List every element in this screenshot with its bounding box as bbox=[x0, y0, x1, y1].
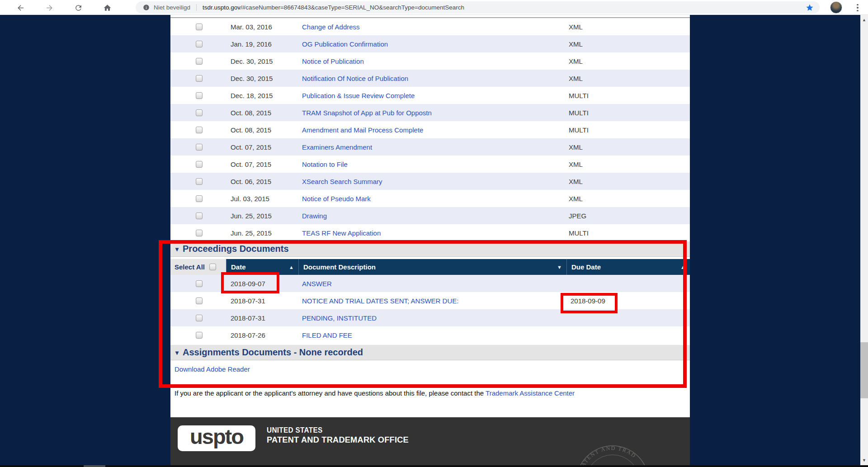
uspto-footer: uspto UNITED STATES PATENT AND TRADEMARK… bbox=[170, 417, 690, 467]
browser-menu-icon[interactable] bbox=[852, 2, 863, 14]
row-checkbox[interactable] bbox=[196, 109, 203, 116]
row-checkbox[interactable] bbox=[196, 161, 203, 168]
row-checkbox[interactable] bbox=[196, 24, 203, 30]
tsdr-content: Mar. 03, 2016 Change of Address XML Jan.… bbox=[170, 15, 690, 467]
assignments-section-header[interactable]: ▾ Assignments Documents - None recorded bbox=[170, 345, 690, 360]
proceedings-table: 2018-09-07 ANSWER 2018-07-31 NOTICE AND … bbox=[170, 275, 690, 344]
document-link[interactable]: XSearch Search Summary bbox=[302, 178, 382, 185]
info-icon[interactable] bbox=[143, 4, 150, 11]
row-checkbox[interactable] bbox=[196, 315, 203, 321]
omnibox-divider bbox=[196, 4, 197, 11]
document-type: XML bbox=[569, 75, 690, 82]
document-date: Jul. 03, 2015 bbox=[226, 195, 298, 203]
proceedings-section-header[interactable]: ▾ Proceedings Documents bbox=[170, 241, 690, 257]
download-adobe-reader-link[interactable]: Download Adobe Reader bbox=[175, 365, 250, 373]
forward-icon[interactable] bbox=[43, 2, 55, 14]
row-checkbox[interactable] bbox=[196, 41, 203, 47]
row-checkbox[interactable] bbox=[196, 195, 203, 202]
column-header-description[interactable]: Document Description ▼ bbox=[298, 259, 566, 275]
proceeding-document-link[interactable]: PENDING, INSTITUTED bbox=[302, 314, 377, 322]
table-row: Oct. 07, 2015 Notation to File XML bbox=[170, 156, 690, 173]
document-link[interactable]: OG Publication Confirmation bbox=[302, 40, 388, 48]
proceeding-date: 2018-07-26 bbox=[226, 331, 298, 339]
document-link[interactable]: Amendment and Mail Process Complete bbox=[302, 126, 423, 134]
scroll-up-icon[interactable]: ▲ bbox=[860, 15, 868, 25]
window-bottom-notch bbox=[84, 465, 105, 467]
document-link[interactable]: Notification Of Notice of Publication bbox=[302, 75, 408, 82]
document-type: MULTI bbox=[569, 92, 690, 99]
row-checkbox[interactable] bbox=[196, 280, 203, 287]
profile-avatar[interactable] bbox=[830, 1, 842, 14]
proceeding-document-link[interactable]: FILED AND FEE bbox=[302, 331, 352, 339]
row-checkbox[interactable] bbox=[196, 127, 203, 133]
row-checkbox[interactable] bbox=[196, 92, 203, 99]
document-type: XML bbox=[569, 178, 690, 185]
scroll-down-icon[interactable]: ▼ bbox=[860, 455, 868, 465]
trademark-assistance-center-link[interactable]: Trademark Assistance Center bbox=[486, 389, 575, 397]
column-header-date[interactable]: Date ▲ bbox=[226, 259, 298, 275]
document-type: XML bbox=[569, 195, 690, 203]
reload-icon[interactable] bbox=[72, 2, 84, 14]
row-checkbox[interactable] bbox=[196, 230, 203, 236]
proceeding-date: 2018-07-31 bbox=[226, 314, 298, 322]
collapse-triangle-icon[interactable]: ▾ bbox=[175, 349, 179, 356]
bookmark-star-icon[interactable] bbox=[806, 4, 814, 12]
document-link[interactable]: Notation to File bbox=[302, 160, 348, 168]
address-bar[interactable]: Niet beveiligd tsdr.uspto.gov/#caseNumbe… bbox=[136, 1, 820, 14]
row-checkbox[interactable] bbox=[196, 58, 203, 65]
select-all-cell: Select All bbox=[170, 259, 226, 275]
row-checkbox[interactable] bbox=[196, 297, 203, 304]
document-link[interactable]: TRAM Snapshot of App at Pub for Oppostn bbox=[302, 109, 432, 117]
uspto-seal: PATENT AND TRAD bbox=[574, 443, 651, 467]
document-date: Oct. 07, 2015 bbox=[226, 143, 298, 151]
sort-asc-icon[interactable]: ▲ bbox=[680, 264, 685, 270]
collapse-triangle-icon[interactable]: ▾ bbox=[175, 245, 179, 253]
documents-table: Mar. 03, 2016 Change of Address XML Jan.… bbox=[170, 18, 690, 241]
document-date: Dec. 30, 2015 bbox=[226, 75, 298, 82]
proceeding-date: 2018-07-31 bbox=[226, 297, 298, 305]
url-text[interactable]: tsdr.uspto.gov/#caseNumber=86674843&case… bbox=[203, 4, 464, 11]
document-type: XML bbox=[569, 40, 690, 48]
row-checkbox[interactable] bbox=[196, 178, 203, 185]
back-icon[interactable] bbox=[14, 2, 26, 14]
row-checkbox[interactable] bbox=[196, 144, 203, 151]
document-type: XML bbox=[569, 143, 690, 151]
proceeding-document-link[interactable]: ANSWER bbox=[302, 280, 332, 288]
table-row: Dec. 30, 2015 Notice of Publication XML bbox=[170, 52, 690, 70]
sort-desc-icon[interactable]: ▼ bbox=[557, 264, 562, 270]
select-all-checkbox[interactable] bbox=[209, 264, 216, 270]
table-row: Oct. 06, 2015 XSearch Search Summary XML bbox=[170, 173, 690, 190]
document-date: Dec. 30, 2015 bbox=[226, 57, 298, 65]
table-row: Oct. 08, 2015 Amendment and Mail Process… bbox=[170, 121, 690, 138]
proceeding-document-link[interactable]: NOTICE AND TRIAL DATES SENT; ANSWER DUE: bbox=[302, 297, 458, 305]
document-link[interactable]: Publication & Issue Review Complete bbox=[302, 92, 415, 99]
document-link[interactable]: Drawing bbox=[302, 212, 327, 220]
window-bottom-edge bbox=[0, 465, 868, 467]
document-link[interactable]: Notice of Pseudo Mark bbox=[302, 195, 371, 203]
document-link[interactable]: Change of Address bbox=[302, 23, 360, 31]
document-link[interactable]: TEAS RF New Application bbox=[302, 229, 381, 237]
table-row: Jun. 25, 2015 TEAS RF New Application MU… bbox=[170, 224, 690, 241]
document-link[interactable]: Notice of Publication bbox=[302, 57, 364, 65]
document-type: MULTI bbox=[569, 229, 690, 237]
document-type: MULTI bbox=[569, 126, 690, 134]
vertical-scrollbar[interactable]: ▲ ▼ bbox=[860, 15, 868, 467]
row-checkbox[interactable] bbox=[196, 75, 203, 82]
document-type: MULTI bbox=[569, 109, 690, 117]
home-icon[interactable] bbox=[101, 2, 113, 14]
table-row: Dec. 18, 2015 Publication & Issue Review… bbox=[170, 87, 690, 104]
document-type: XML bbox=[569, 23, 690, 31]
table-row: 2018-09-07 ANSWER bbox=[170, 275, 690, 292]
row-checkbox[interactable] bbox=[196, 212, 203, 219]
sort-asc-icon[interactable]: ▲ bbox=[289, 264, 294, 270]
column-header-due-date[interactable]: Due Date ▲ bbox=[566, 259, 690, 275]
uspto-logo: uspto bbox=[178, 425, 255, 451]
document-link[interactable]: Examiners Amendment bbox=[302, 143, 372, 151]
row-checkbox[interactable] bbox=[196, 332, 203, 339]
table-row: 2018-07-26 FILED AND FEE bbox=[170, 326, 690, 344]
security-label: Niet beveiligd bbox=[154, 4, 190, 11]
scrollbar-thumb[interactable] bbox=[860, 342, 868, 398]
footer-agency-name: UNITED STATES PATENT AND TRADEMARK OFFIC… bbox=[267, 426, 409, 445]
browser-window: Niet beveiligd tsdr.uspto.gov/#caseNumbe… bbox=[0, 0, 868, 467]
table-row: Mar. 03, 2016 Change of Address XML bbox=[170, 18, 690, 35]
